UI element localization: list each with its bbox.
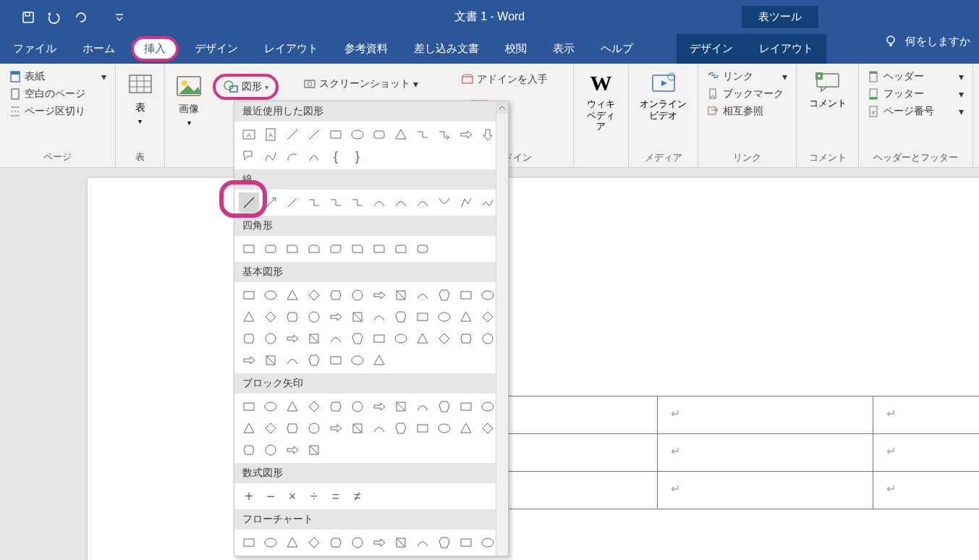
shape-curve[interactable] (369, 192, 389, 213)
tab-references[interactable]: 参考資料 (331, 34, 401, 64)
shape-rect[interactable] (239, 239, 259, 259)
tab-design[interactable]: デザイン (182, 34, 251, 64)
blank-page-button[interactable]: 空白のページ (4, 85, 111, 103)
shape-multiply[interactable]: × (282, 486, 302, 506)
shape-basic-12[interactable] (239, 307, 259, 327)
shape-blockarrow-24[interactable] (239, 440, 259, 460)
shape-brace-left[interactable]: { (326, 146, 346, 166)
shape-arrow-right[interactable] (456, 124, 476, 145)
footer-button[interactable]: フッター ▾ (863, 85, 968, 103)
table-cell[interactable]: ↵ (657, 471, 873, 509)
wikipedia-button[interactable]: W ウィキペディア (578, 68, 624, 135)
scroll-up-icon[interactable] (496, 101, 508, 114)
shape-basic-33[interactable] (434, 328, 454, 349)
shape-basic-18[interactable] (369, 307, 389, 327)
shape-basic-19[interactable] (391, 307, 411, 327)
shape-basic-3[interactable] (304, 285, 324, 305)
tab-file[interactable]: ファイル (0, 34, 69, 64)
shape-freeform-polygon[interactable] (456, 192, 476, 213)
shape-freeform[interactable] (260, 146, 281, 166)
shape-textbox-vertical[interactable]: A (260, 124, 281, 145)
shape-basic-14[interactable] (282, 307, 302, 327)
shape-basic-2[interactable] (282, 285, 302, 305)
shape-blockarrow-22[interactable] (456, 418, 476, 438)
shape-flowchart-4[interactable] (326, 533, 346, 553)
shape-basic-32[interactable] (412, 328, 433, 349)
shape-blockarrow-9[interactable] (434, 396, 454, 417)
shape-flowchart-6[interactable] (369, 533, 389, 553)
online-video-button[interactable]: オンライン ビデオ (634, 68, 692, 124)
shape-blockarrow-5[interactable] (347, 396, 368, 417)
document-page[interactable]: ↵ ↵ ↵ ↵ ↵ ↵ ↵ ↵ ↵ (88, 178, 979, 560)
shape-arrow-down[interactable] (478, 124, 498, 145)
shape-blockarrow-10[interactable] (456, 396, 476, 417)
shape-blockarrow-18[interactable] (369, 418, 389, 438)
shape-flowchart-1[interactable] (260, 533, 281, 553)
shape-round2[interactable] (391, 239, 411, 259)
image-button[interactable]: 画像 ▾ (169, 69, 208, 130)
scrollbar[interactable] (496, 101, 508, 556)
shape-basic-37[interactable] (260, 350, 281, 370)
shape-basic-35[interactable] (478, 328, 498, 349)
shape-basic-41[interactable] (347, 350, 368, 370)
shape-blockarrow-16[interactable] (326, 418, 346, 438)
shape-basic-27[interactable] (304, 328, 324, 349)
shape-arc[interactable] (282, 146, 302, 166)
shape-callout[interactable] (239, 146, 259, 166)
redo-icon[interactable] (72, 9, 88, 25)
shape-basic-22[interactable] (456, 307, 476, 327)
shape-flowchart-11[interactable] (478, 533, 498, 553)
shape-rect[interactable] (326, 124, 346, 145)
shape-blockarrow-11[interactable] (478, 396, 498, 417)
shape-snip2[interactable] (304, 239, 324, 259)
tab-context-design[interactable]: デザイン (677, 34, 746, 64)
shape-flowchart-2[interactable] (282, 533, 302, 553)
shape-basic-30[interactable] (369, 328, 389, 349)
shape-flowchart-8[interactable] (412, 533, 433, 553)
shape-basic-39[interactable] (304, 350, 324, 370)
shape-blockarrow-17[interactable] (347, 418, 368, 438)
shape-triangle[interactable] (391, 124, 411, 145)
shape-basic-31[interactable] (391, 328, 411, 349)
qat-dropdown-icon[interactable] (111, 9, 127, 25)
shape-blockarrow-20[interactable] (412, 418, 433, 438)
shape-basic-28[interactable] (326, 328, 346, 349)
shape-notequal[interactable]: ≠ (347, 486, 368, 506)
shape-basic-38[interactable] (282, 350, 302, 370)
shape-snipround[interactable] (347, 239, 368, 259)
shape-flowchart-7[interactable] (391, 533, 411, 553)
shape-line-straight[interactable] (239, 192, 259, 213)
tab-home[interactable]: ホーム (69, 34, 128, 64)
table-cell[interactable]: ↵ (873, 433, 979, 472)
shape-flowchart-9[interactable] (434, 533, 454, 553)
shape-basic-29[interactable] (347, 328, 368, 349)
shape-equal[interactable]: = (326, 486, 346, 506)
shape-blockarrow-0[interactable] (239, 396, 259, 417)
shape-basic-10[interactable] (456, 285, 476, 305)
shape-basic-7[interactable] (391, 285, 411, 305)
shape-line-double-arrow[interactable] (282, 192, 302, 213)
shape-blockarrow-8[interactable] (412, 396, 433, 417)
shape-flowchart-5[interactable] (347, 533, 368, 553)
pagenum-button[interactable]: # ページ番号 ▾ (863, 103, 968, 120)
shape-basic-25[interactable] (260, 328, 281, 349)
shape-curve-double[interactable] (412, 192, 433, 213)
shape-brace-right[interactable]: } (347, 146, 368, 166)
shape-minus[interactable]: − (260, 486, 281, 506)
shape-basic-5[interactable] (347, 285, 368, 305)
shape-blockarrow-27[interactable] (304, 440, 324, 460)
shape-blockarrow-14[interactable] (282, 418, 302, 438)
shape-blockarrow-4[interactable] (326, 396, 346, 417)
bookmark-button[interactable]: ブックマーク (703, 85, 792, 103)
shape-basic-6[interactable] (369, 285, 389, 305)
table-cell[interactable]: ↵ (657, 433, 873, 472)
header-button[interactable]: ヘッダー ▾ (863, 68, 968, 85)
undo-icon[interactable] (46, 9, 62, 25)
shape-divide[interactable]: ÷ (304, 486, 324, 506)
shape-basic-20[interactable] (412, 307, 433, 327)
shape-round-diag[interactable] (412, 239, 433, 259)
shape-snip-diag[interactable] (326, 239, 346, 259)
shape-blockarrow-23[interactable] (478, 418, 498, 438)
shape-blockarrow-7[interactable] (391, 396, 411, 417)
shape-connector[interactable] (412, 124, 433, 145)
